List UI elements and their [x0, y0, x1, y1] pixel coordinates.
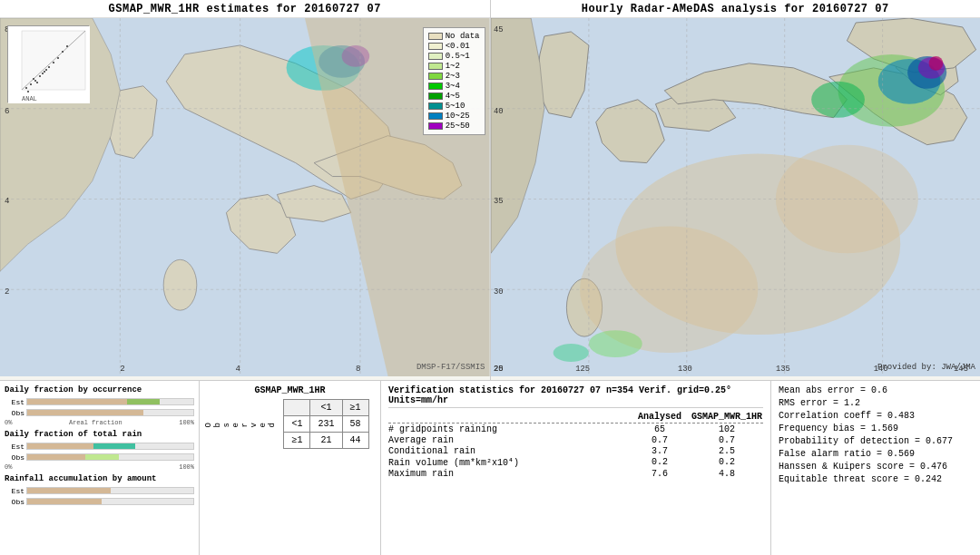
left-map-title: GSMAP_MWR_1HR estimates for 20160727 07 [0, 0, 490, 18]
right-map-svg: 45 40 35 30 25 125 130 135 140 145 20 [491, 18, 981, 376]
stats-val-b-avgrain: 0.7 [691, 435, 763, 445]
obs-occurrence-row: Obs [5, 407, 194, 418]
svg-text:8: 8 [356, 364, 360, 374]
legend-1-2: 2~3 [428, 72, 480, 81]
stats-val-a-avgrain: 0.7 [632, 435, 687, 445]
obs-label-3: Obs [5, 498, 24, 506]
svg-point-63 [588, 330, 642, 357]
metric-freq: Frequency bias = 1.569 [779, 424, 973, 433]
legend-label-5-10: 10~25 [446, 112, 470, 121]
est-label-1: Est [5, 398, 24, 406]
stats-val-a-condrain: 3.7 [632, 446, 687, 456]
est-accum-row: Est [5, 485, 194, 496]
stats-spacer [388, 412, 629, 422]
right-map-content: 45 40 35 30 25 125 130 135 140 145 20 Pr… [491, 18, 981, 376]
contingency-cell-21: 21 [310, 433, 342, 449]
legend-label-05-1: 1~2 [446, 62, 460, 71]
obs-rain-row: Obs [5, 452, 194, 462]
svg-point-58 [811, 82, 865, 118]
svg-point-33 [44, 71, 45, 73]
legend-label-4-5: 5~10 [446, 102, 466, 111]
axis-right-2: 100% [179, 463, 194, 471]
svg-point-41 [42, 73, 44, 74]
legend-nodata: No data [428, 32, 480, 41]
occurrence-axis: 0% Areal fraction 100% [5, 419, 194, 426]
svg-point-28 [25, 87, 27, 89]
est-label-2: Est [5, 443, 24, 451]
svg-point-30 [34, 80, 36, 82]
contingency-row-ge1-label: ≥1 [284, 433, 310, 449]
rain-title: Daily fraction of total rain [5, 430, 194, 439]
svg-text:35: 35 [493, 197, 503, 206]
svg-point-38 [62, 51, 64, 53]
svg-text:4: 4 [236, 364, 240, 374]
est-occurrence-track [26, 398, 194, 405]
contingency-row-lt1-label: <1 [284, 416, 310, 433]
obs-accum-fill [27, 499, 102, 504]
svg-point-42 [45, 69, 47, 71]
obs-accum-row: Obs [5, 496, 194, 507]
est-occurrence-fill-tan [27, 399, 127, 404]
metric-mean-abs: Mean abs error = 0.6 [779, 385, 973, 395]
contingency-row-ge1: ≥1 21 44 [284, 433, 368, 449]
svg-text:135: 135 [775, 365, 789, 374]
stats-col-gsmap: GSMAP_MWR_1HR [691, 412, 763, 422]
stats-label-avgrain: Average rain [388, 435, 629, 445]
svg-point-40 [36, 82, 38, 83]
contingency-lt1-header: <1 [310, 400, 342, 416]
contingency-header-row: <1 ≥1 [284, 400, 368, 416]
obs-occurrence-track [26, 409, 194, 416]
stats-label-maxrain: Maximum rain [388, 469, 629, 479]
svg-text:30: 30 [493, 287, 503, 297]
svg-point-29 [30, 83, 32, 85]
scatter-svg: ANAL [8, 26, 90, 103]
right-map-credit: Provided by: JWA/JMA [877, 363, 975, 372]
legend-color-05-1 [428, 63, 443, 70]
contingency-cell-11: 231 [310, 416, 342, 433]
legend-color-10-25 [428, 122, 443, 130]
verification-header: Verification statistics for 20160727 07 … [388, 385, 763, 408]
svg-text:40: 40 [493, 107, 503, 116]
stats-val-b-gridpoints: 102 [691, 424, 763, 434]
metric-hks: Hanssen & Kuipers score = 0.476 [779, 462, 973, 472]
contingency-row-lt1: <1 231 58 [284, 416, 368, 433]
charts-section: Daily fraction by occurrence Est Obs 0% [0, 381, 200, 555]
contingency-title: GSMAP_MWR_1HR [204, 385, 376, 395]
legend-label-3-4: 4~5 [446, 92, 460, 101]
legend-3-4: 4~5 [428, 92, 480, 101]
svg-point-7 [163, 259, 197, 310]
stats-val-b-condrain: 2.5 [691, 446, 763, 456]
svg-point-31 [27, 91, 29, 92]
obs-rain-fill-green [85, 454, 119, 460]
contingency-empty-header [284, 400, 310, 416]
left-map-watermark: DMSP-F17/SSMIS [416, 363, 485, 372]
legend-2-3: 3~4 [428, 82, 480, 91]
est-accum-track [26, 487, 194, 494]
legend-05-1: 1~2 [428, 62, 480, 71]
stats-grid: Analysed GSMAP_MWR_1HR # gridpoints rain… [388, 412, 763, 479]
legend-label-2-3: 3~4 [446, 82, 460, 91]
stats-val-a-volume: 0.2 [632, 457, 687, 468]
maps-row: GSMAP_MWR_1HR estimates for 20160727 07 [0, 0, 980, 381]
svg-text:6: 6 [5, 106, 9, 116]
legend-color-5-10 [428, 112, 443, 120]
stats-val-b-volume: 0.2 [691, 457, 763, 468]
obs-label-2: Obs [5, 453, 24, 462]
legend-label-10-25: 25~50 [446, 122, 470, 131]
est-occurrence-fill-green [127, 399, 161, 404]
stats-val-a-gridpoints: 65 [632, 424, 687, 434]
svg-text:ANAL: ANAL [22, 95, 37, 102]
est-rain-fill-cyan [93, 443, 135, 449]
stats-divider [388, 423, 763, 424]
axis-left-1: 0% [5, 419, 12, 426]
est-accum-fill [27, 488, 111, 493]
contingency-cell-12: 58 [342, 416, 368, 433]
svg-text:4: 4 [5, 197, 9, 207]
svg-text:2: 2 [5, 287, 9, 297]
metric-pod: Probability of detection = 0.677 [779, 436, 973, 446]
legend-label-nodata: No data [446, 32, 480, 41]
right-map-title: Hourly Radar-AMeDAS analysis for 2016072… [491, 0, 981, 18]
est-rain-row: Est [5, 441, 194, 452]
axis-left-2: 0% [5, 463, 12, 471]
legend-color-3-4 [428, 92, 443, 100]
